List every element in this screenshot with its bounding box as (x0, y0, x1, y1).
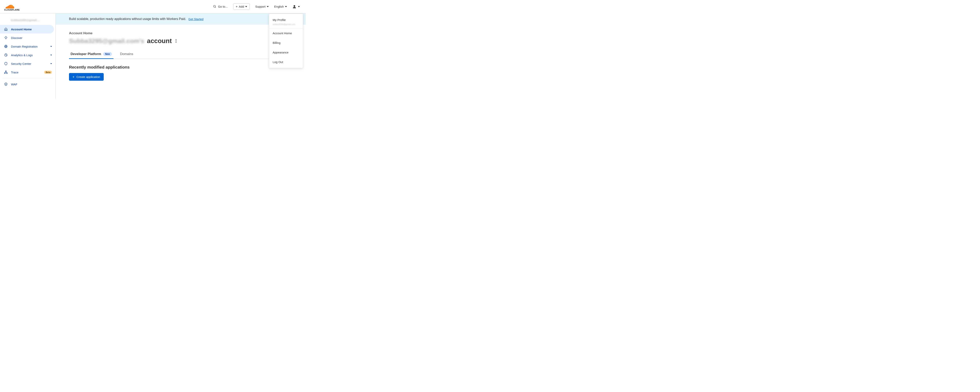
tab-label: Domains (120, 52, 133, 56)
banner-text: Build scalable, production ready applica… (69, 17, 186, 21)
sidebar: Subba3295@gmail.... Account Home Discove… (0, 13, 56, 99)
sidebar-item-label: Domain Registration (11, 45, 47, 48)
tab-developer-platform[interactable]: Developer Platform New (69, 50, 113, 59)
svg-point-1 (214, 5, 216, 7)
sidebar-item-label: Discover (11, 36, 52, 40)
sidebar-item-label: Security Center (11, 62, 47, 65)
add-label: Add (239, 5, 244, 8)
beta-badge: Beta (44, 71, 52, 74)
globe-icon (4, 44, 8, 48)
goto-label: Go to... (218, 5, 228, 8)
layout: Subba3295@gmail.... Account Home Discove… (0, 13, 306, 99)
chevron-down-icon (50, 63, 52, 64)
account-title-row: Subba3295@gmail.com's account (69, 37, 293, 44)
goto-search[interactable]: Go to... (213, 5, 228, 8)
home-icon (4, 27, 8, 31)
chevron-down-icon (50, 55, 52, 56)
svg-rect-14 (5, 73, 5, 74)
sidebar-item-trace[interactable]: Trace Beta (0, 68, 56, 76)
add-button[interactable]: + Add (233, 3, 250, 10)
support-dropdown[interactable]: Support (255, 5, 269, 8)
account-email-blurred: Subba3295@gmail.com's (69, 37, 144, 44)
svg-point-3 (294, 5, 295, 7)
promo-banner: Build scalable, production ready applica… (56, 13, 306, 25)
svg-point-4 (5, 37, 7, 38)
user-menu-trigger[interactable] (293, 5, 300, 9)
tabs: Developer Platform New Domains (69, 50, 293, 59)
language-label: English (274, 5, 284, 8)
menu-item-billing[interactable]: Billing (269, 38, 303, 48)
user-icon (293, 5, 296, 9)
plus-icon: + (73, 75, 75, 79)
waf-icon (4, 82, 8, 86)
chevron-down-icon (245, 6, 247, 7)
chevron-down-icon (50, 46, 52, 47)
tab-domains[interactable]: Domains (119, 50, 135, 59)
page-title: account (147, 37, 172, 44)
sidebar-item-label: WAF (11, 83, 52, 86)
header-right: Go to... + Add Support English (213, 3, 300, 10)
sidebar-item-domain-registration[interactable]: Domain Registration (0, 42, 56, 51)
sidebar-item-security-center[interactable]: Security Center (0, 59, 56, 68)
lightbulb-icon (4, 36, 8, 40)
sidebar-account-email[interactable]: Subba3295@gmail.... (0, 17, 56, 25)
chart-icon (4, 53, 8, 57)
sidebar-item-discover[interactable]: Discover (0, 33, 56, 42)
language-dropdown[interactable]: English (274, 5, 287, 8)
chevron-down-icon (267, 6, 269, 7)
support-label: Support (255, 5, 266, 8)
svg-text:CLOUDFLARE: CLOUDFLARE (4, 9, 20, 11)
account-actions-menu[interactable] (176, 39, 177, 43)
shield-icon (4, 62, 8, 66)
svg-line-2 (215, 7, 216, 8)
chevron-down-icon (285, 6, 287, 7)
breadcrumb: Account Home (69, 31, 293, 35)
user-dropdown-menu: My Profile subba3295@gmail.com Account H… (269, 14, 303, 68)
plus-icon: + (236, 5, 238, 8)
menu-item-account-home[interactable]: Account Home (269, 29, 303, 38)
sidebar-item-label: Trace (11, 71, 41, 74)
sidebar-item-label: Analytics & Logs (11, 54, 47, 57)
menu-item-appearance[interactable]: Appearance (269, 48, 303, 57)
menu-item-log-out[interactable]: Log Out (269, 57, 303, 67)
svg-point-20 (6, 84, 6, 84)
trace-icon (4, 70, 8, 74)
menu-profile-email: subba3295@gmail.com (269, 23, 303, 28)
sidebar-item-analytics-logs[interactable]: Analytics & Logs (0, 51, 56, 59)
content-area: Account Home Subba3295@gmail.com's accou… (56, 25, 306, 87)
sidebar-item-waf[interactable]: WAF (0, 80, 56, 89)
chevron-down-icon (298, 6, 300, 7)
button-label: Create application (76, 75, 100, 79)
cloudflare-logo[interactable]: CLOUDFLARE (3, 2, 27, 11)
create-application-button[interactable]: + Create application (69, 73, 104, 81)
section-title: Recently modified applications (69, 65, 293, 70)
new-badge: New (103, 52, 112, 56)
banner-get-started-link[interactable]: Get Started (188, 17, 204, 21)
header-bar: CLOUDFLARE Go to... + Add Support Englis… (0, 0, 306, 13)
tab-label: Developer Platform (70, 52, 101, 56)
main-content: Build scalable, production ready applica… (56, 13, 306, 99)
svg-rect-13 (5, 71, 6, 71)
sidebar-divider (3, 78, 53, 78)
sidebar-item-account-home[interactable]: Account Home (0, 25, 54, 33)
sidebar-item-label: Account Home (11, 28, 50, 31)
svg-rect-15 (6, 73, 8, 74)
search-icon (213, 5, 216, 8)
